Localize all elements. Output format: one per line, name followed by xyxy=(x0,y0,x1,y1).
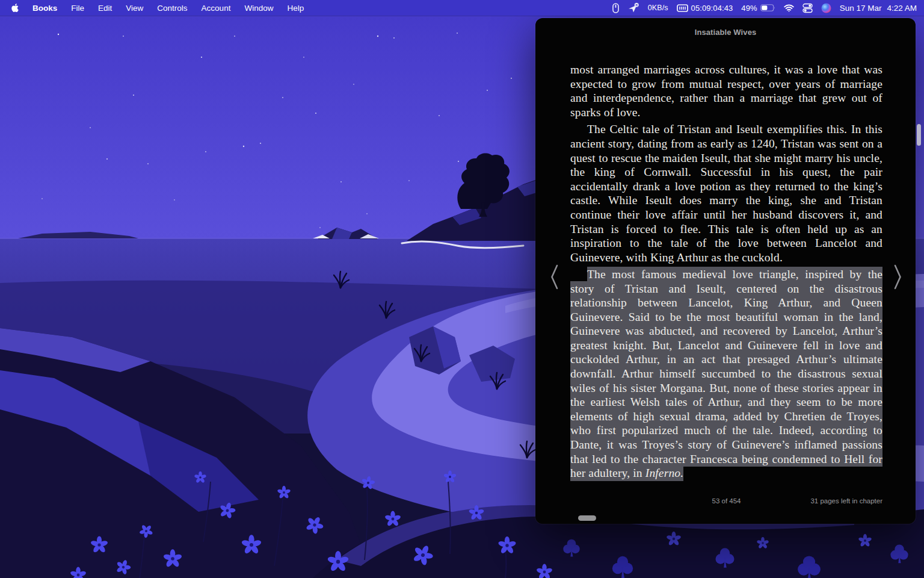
app-menus: Books File Edit View Controls Account Wi… xyxy=(32,4,304,13)
menu-window[interactable]: Window xyxy=(244,4,273,13)
menu-help[interactable]: Help xyxy=(287,4,304,13)
mouse-battery-icon[interactable] xyxy=(612,3,619,13)
control-center-icon[interactable] xyxy=(802,3,813,13)
status-items: 0KB/s 05:09:04:43 49% xyxy=(612,2,917,13)
scrollbar-thumb[interactable] xyxy=(917,124,921,146)
battery-icon[interactable] xyxy=(760,4,775,11)
pages-left-in-chapter: 31 pages left in chapter xyxy=(810,497,882,505)
chevron-left-icon xyxy=(549,263,559,291)
location-off-icon[interactable] xyxy=(627,2,639,13)
network-speed[interactable]: 0KB/s xyxy=(648,4,668,12)
selected-text: The most famous medieval love triangle, … xyxy=(570,268,882,479)
clock-date: Sun 17 Mar xyxy=(840,4,882,13)
chevron-right-icon xyxy=(893,263,904,291)
paragraph-selected[interactable]: The most famous medieval love triangle, … xyxy=(570,267,882,480)
timer-readout[interactable]: 05:09:04:43 xyxy=(691,4,733,13)
menu-edit[interactable]: Edit xyxy=(98,4,112,13)
battery-percent: 49% xyxy=(741,4,757,13)
siri-icon[interactable] xyxy=(821,3,831,13)
timer-icon[interactable] xyxy=(677,4,688,12)
wifi-icon[interactable] xyxy=(784,4,794,12)
window-drag-handle[interactable] xyxy=(578,515,596,521)
paragraph[interactable]: most arranged marriages across cultures,… xyxy=(570,63,882,119)
previous-page-button[interactable] xyxy=(545,261,563,293)
menu-bar-clock[interactable]: Sun 17 Mar 4:22 AM xyxy=(840,4,917,13)
menu-file[interactable]: File xyxy=(71,4,84,13)
reader-footer: 53 of 454 31 pages left in chapter xyxy=(570,497,882,507)
next-page-button[interactable] xyxy=(889,261,907,293)
selected-text-italic: Inferno. xyxy=(645,467,683,480)
page-text: most arranged marriages across cultures,… xyxy=(570,63,882,483)
books-reader-window: Insatiable Wives most arranged marriages… xyxy=(535,18,916,524)
menu-books[interactable]: Books xyxy=(32,4,57,13)
paragraph[interactable]: The Celtic tale of Tristan and Iseult ex… xyxy=(570,122,882,264)
menu-account[interactable]: Account xyxy=(202,4,231,13)
menu-bar: Books File Edit View Controls Account Wi… xyxy=(0,0,924,16)
desktop: Books File Edit View Controls Account Wi… xyxy=(0,0,924,578)
menu-controls[interactable]: Controls xyxy=(157,4,187,13)
text-selection[interactable]: The most famous medieval love triangle, … xyxy=(570,267,882,481)
apple-logo-icon[interactable] xyxy=(11,2,20,13)
clock-time: 4:22 AM xyxy=(887,4,917,13)
book-title: Insatiable Wives xyxy=(535,28,916,37)
menu-view[interactable]: View xyxy=(126,4,143,13)
